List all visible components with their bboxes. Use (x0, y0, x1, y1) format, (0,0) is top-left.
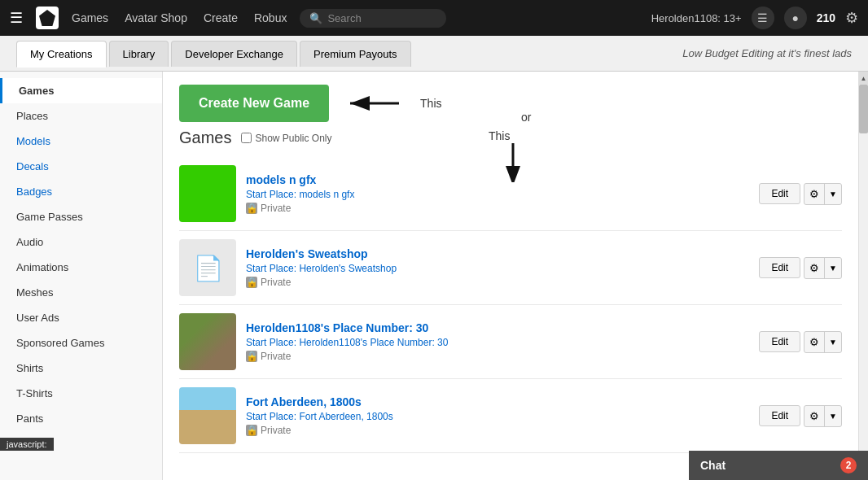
game-name-link[interactable]: Fort Aberdeen, 1800s (246, 395, 362, 408)
gear-dropdown[interactable]: ⚙ ▼ (804, 331, 842, 353)
edit-button[interactable]: Edit (759, 183, 800, 204)
tab-developer-exchange[interactable]: Developer Exchange (171, 41, 297, 67)
game-privacy: 🔒 Private (246, 277, 749, 288)
gear-icon[interactable]: ⚙ (804, 184, 825, 204)
privacy-label: Private (261, 277, 291, 288)
game-info: Fort Aberdeen, 1800s Start Place: Fort A… (246, 395, 749, 436)
dropdown-arrow-icon[interactable]: ▼ (825, 408, 841, 425)
nav-robux[interactable]: Robux (254, 11, 287, 24)
gear-dropdown[interactable]: ⚙ ▼ (804, 183, 842, 205)
gear-dropdown[interactable]: ⚙ ▼ (804, 257, 842, 279)
top-nav: ☰ Games Avatar Shop Create Robux 🔍 Herol… (0, 0, 868, 36)
game-name-link[interactable]: models n gfx (246, 173, 316, 186)
hamburger-icon[interactable]: ☰ (10, 9, 23, 27)
game-actions: Edit ⚙ ▼ (759, 257, 842, 279)
start-place-link[interactable]: Herolden's Sweatshop (299, 263, 397, 274)
nav-games[interactable]: Games (72, 11, 108, 24)
game-name-link[interactable]: Herolden's Sweatshop (246, 247, 368, 260)
roblox-logo[interactable] (36, 7, 59, 29)
sidebar-item-animations[interactable]: Animations (0, 255, 162, 280)
main-layout: Games Places Models Decals Badges Game P… (0, 72, 868, 480)
sidebar-item-audio[interactable]: Audio (0, 229, 162, 255)
sidebar-item-badges[interactable]: Badges (0, 179, 162, 204)
game-meta: Start Place: Herolden1108's Place Number… (246, 337, 749, 348)
game-actions: Edit ⚙ ▼ (759, 331, 842, 353)
privacy-icon: 🔒 (246, 203, 257, 214)
privacy-label: Private (261, 203, 291, 214)
game-item: Fort Aberdeen, 1800s Start Place: Fort A… (179, 379, 842, 453)
game-actions: Edit ⚙ ▼ (759, 405, 842, 427)
robux-count: 210 (817, 11, 835, 24)
arrow-to-button (342, 91, 407, 116)
gear-icon[interactable]: ⚙ (804, 332, 825, 352)
this-label-2: This (489, 129, 510, 142)
sidebar-item-places[interactable]: Places (0, 103, 162, 129)
game-privacy: 🔒 Private (246, 351, 749, 362)
show-public-checkbox[interactable] (241, 133, 252, 143)
sidebar-item-meshes[interactable]: Meshes (0, 280, 162, 305)
game-privacy: 🔒 Private (246, 203, 749, 214)
chat-label: Chat (700, 459, 726, 472)
sidebar-item-decals[interactable]: Decals (0, 154, 162, 179)
sidebar-item-pants[interactable]: Pants (0, 406, 162, 431)
blank-thumb-icon: 📄 (193, 254, 223, 282)
dropdown-arrow-icon[interactable]: ▼ (825, 185, 841, 203)
this-label-1: This (420, 97, 441, 110)
game-thumbnail (179, 313, 236, 370)
game-item: Herolden1108's Place Number: 30 Start Pl… (179, 305, 842, 379)
gear-icon[interactable]: ⚙ (804, 406, 825, 426)
privacy-icon: 🔒 (246, 351, 257, 362)
game-actions: Edit ⚙ ▼ (759, 183, 842, 205)
sidebar-item-models[interactable]: Models (0, 129, 162, 154)
create-new-game-button[interactable]: Create New Game (179, 85, 329, 122)
gear-dropdown[interactable]: ⚙ ▼ (804, 405, 842, 427)
search-input[interactable] (327, 12, 433, 24)
start-place-link[interactable]: models n gfx (299, 189, 354, 200)
tab-library[interactable]: Library (109, 41, 169, 67)
gear-icon[interactable]: ⚙ (804, 258, 825, 278)
scroll-up-btn[interactable]: ▲ (859, 72, 868, 85)
nav-avatar-shop[interactable]: Avatar Shop (125, 11, 187, 24)
sidebar: Games Places Models Decals Badges Game P… (0, 72, 163, 480)
chat-bar[interactable]: Chat 2 (689, 451, 868, 480)
sidebar-item-user-ads[interactable]: User Ads (0, 305, 162, 330)
game-name-link[interactable]: Herolden1108's Place Number: 30 (246, 321, 428, 334)
dropdown-arrow-icon[interactable]: ▼ (825, 260, 841, 277)
game-meta: Start Place: models n gfx (246, 189, 749, 200)
scroll-thumb[interactable] (859, 85, 868, 133)
scroll-track (859, 85, 868, 467)
edit-button[interactable]: Edit (759, 331, 800, 352)
nav-create[interactable]: Create (204, 11, 238, 24)
chat-icon-btn[interactable]: ☰ (752, 7, 774, 29)
game-meta: Start Place: Herolden's Sweatshop (246, 263, 749, 274)
edit-button[interactable]: Edit (759, 405, 800, 426)
sidebar-item-shirts[interactable]: Shirts (0, 356, 162, 381)
game-meta: Start Place: Fort Aberdeen, 1800s (246, 411, 749, 422)
privacy-label: Private (261, 351, 291, 362)
tab-my-creations[interactable]: My Creations (16, 41, 107, 68)
game-privacy: 🔒 Private (246, 425, 749, 436)
dropdown-arrow-icon[interactable]: ▼ (825, 334, 841, 351)
start-place-link[interactable]: Herolden1108's Place Number: 30 (299, 337, 448, 348)
game-info: Herolden1108's Place Number: 30 Start Pl… (246, 321, 749, 362)
settings-icon[interactable]: ⚙ (845, 9, 858, 27)
game-info: Herolden's Sweatshop Start Place: Herold… (246, 247, 749, 288)
sidebar-item-sponsored-games[interactable]: Sponsored Games (0, 330, 162, 356)
sidebar-item-games[interactable]: Games (0, 78, 162, 103)
tab-message: Low Budget Editing at it's finest lads (682, 47, 852, 59)
nav-links: Games Avatar Shop Create Robux (72, 11, 287, 24)
edit-button[interactable]: Edit (759, 257, 800, 278)
tab-premium-payouts[interactable]: Premium Payouts (300, 41, 411, 67)
search-box[interactable]: 🔍 (300, 9, 446, 28)
sidebar-item-game-passes[interactable]: Game Passes (0, 204, 162, 229)
sidebar-item-t-shirts[interactable]: T-Shirts (0, 381, 162, 406)
privacy-icon: 🔒 (246, 425, 257, 436)
javascript-bar: javascript: (0, 438, 54, 451)
arrow-to-gear (497, 142, 529, 182)
content-area: Create New Game This or This Games Show … (163, 72, 858, 480)
roblox-icon-btn[interactable]: ● (784, 7, 807, 29)
show-public-label[interactable]: Show Public Only (241, 133, 331, 144)
tabs-bar: My Creations Library Developer Exchange … (0, 36, 868, 72)
start-place-link[interactable]: Fort Aberdeen, 1800s (299, 411, 392, 422)
right-scrollbar[interactable]: ▲ ▼ (858, 72, 868, 480)
